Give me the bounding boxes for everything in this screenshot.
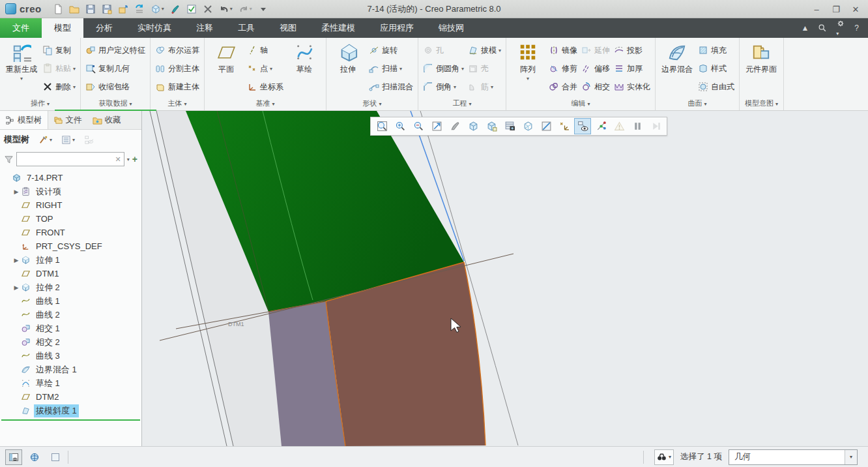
偏移-button[interactable]: 偏移 (579, 59, 612, 78)
tab-柔性建模[interactable]: 柔性建模 (309, 18, 368, 38)
边界混合-button[interactable]: 边界混合 (658, 39, 696, 75)
group-label-获取数据[interactable]: 获取数据 ▾ (83, 97, 147, 110)
tree-item-草绘 1[interactable]: 草绘 1 (0, 376, 141, 390)
tree-item-RIGHT[interactable]: RIGHT (0, 198, 141, 212)
自由式-button[interactable]: 自由式 (696, 78, 736, 96)
tree-item-拔模斜度 1[interactable]: 拔模斜度 1 (0, 404, 141, 417)
spin-center-icon[interactable] (592, 118, 609, 134)
tree-item-FRONT[interactable]: FRONT (0, 226, 141, 239)
refit-icon[interactable] (428, 118, 445, 134)
model-backup-button[interactable] (116, 3, 130, 16)
新建主体-button[interactable]: 新建主体 (153, 78, 201, 96)
tree-item-7-14.PRT[interactable]: 7-14.PRT (0, 171, 141, 185)
find-button[interactable]: ▾ (654, 449, 674, 465)
tree-item-曲线 3[interactable]: 曲线 3 (0, 349, 141, 363)
minimize-button[interactable]: – (808, 3, 825, 16)
tree-item-DTM2[interactable]: DTM2 (0, 390, 141, 404)
加厚-button[interactable]: 加厚 (612, 59, 652, 78)
投影-button[interactable]: 投影 (612, 41, 652, 59)
panel-toggle-icon[interactable] (5, 449, 22, 465)
分割主体-button[interactable]: 分割主体 (153, 59, 201, 78)
panel-tab-收藏[interactable]: 收藏 (87, 111, 126, 129)
group-label-基准[interactable]: 基准 ▾ (207, 97, 323, 110)
布尔运算-button[interactable]: 布尔运算 (153, 41, 201, 59)
tab-应用程序[interactable]: 应用程序 (368, 18, 426, 38)
tree-filters-icon[interactable]: ▾ (61, 135, 75, 145)
dropdown-arrow-icon[interactable]: ▾ (20, 76, 23, 82)
拉伸-button[interactable]: 拉伸 (329, 39, 367, 75)
close-window-button[interactable] (201, 3, 215, 16)
tree-item-曲线 2[interactable]: 曲线 2 (0, 308, 141, 322)
search-icon[interactable] (818, 23, 827, 33)
erase-display-button[interactable] (168, 3, 182, 16)
tab-视图[interactable]: 视图 (267, 18, 309, 38)
草绘-button[interactable]: 草绘 (285, 39, 323, 75)
tree-item-相交 2[interactable]: 相交 2 (0, 335, 141, 349)
镜像-button[interactable]: 镜像 (547, 41, 579, 59)
saved-orientations-icon[interactable] (483, 118, 500, 134)
group-label-主体[interactable]: 主体 ▾ (153, 97, 201, 110)
panel-tab-模型树[interactable]: 模型树 (0, 111, 48, 129)
样式-button[interactable]: 样式 (696, 59, 736, 78)
轴-button[interactable]: 轴 (245, 41, 285, 59)
pause-icon[interactable] (629, 118, 646, 134)
tree-item-边界混合 1[interactable]: 边界混合 1 (0, 363, 141, 376)
tree-item-TOP[interactable]: TOP (0, 212, 141, 226)
save-as-button[interactable] (100, 3, 114, 16)
tree-tools-icon[interactable]: ▾ (38, 135, 52, 145)
group-label-操作[interactable]: 操作 ▾ (3, 97, 78, 110)
实体化-button[interactable]: 实体化 (612, 78, 652, 96)
旋转-button[interactable]: 旋转 (367, 41, 415, 59)
settings-icon[interactable]: ▾ (836, 19, 845, 37)
datum-display-icon[interactable] (556, 118, 573, 134)
tree-item-相交 1[interactable]: 相交 1 (0, 322, 141, 335)
重新生成-button[interactable]: 重新生成▾ (3, 39, 40, 82)
tree-item-拉伸 1[interactable]: ▶拉伸 1 (0, 253, 141, 267)
点-button[interactable]: 点▾ (245, 59, 285, 78)
tree-item-曲线 1[interactable]: 曲线 1 (0, 294, 141, 308)
tab-锦技网[interactable]: 锦技网 (426, 18, 476, 38)
perspective-icon[interactable] (519, 118, 536, 134)
group-label-工程[interactable]: 工程 ▾ (421, 97, 503, 110)
tab-实时仿真[interactable]: 实时仿真 (125, 18, 184, 38)
repaint-icon[interactable] (446, 118, 463, 134)
panel-tab-文件[interactable]: 文件 (48, 111, 87, 129)
tab-注释[interactable]: 注释 (184, 18, 225, 38)
zoom-out-icon[interactable] (410, 118, 427, 134)
tab-分析[interactable]: 分析 (83, 18, 125, 38)
new-file-button[interactable] (51, 3, 65, 16)
close-button[interactable]: ✕ (847, 3, 864, 16)
tab-文件[interactable]: 文件 (0, 18, 42, 38)
help-icon[interactable]: ? (854, 23, 859, 33)
删除-button[interactable]: 删除▾ (40, 78, 78, 96)
graphics-area[interactable]: DTM1 (142, 111, 868, 446)
阵列-button[interactable]: 阵列▾ (509, 39, 547, 82)
扫描混合-button[interactable]: 扫描混合 (367, 78, 415, 96)
tree-search-input[interactable] (20, 154, 115, 164)
扫描-button[interactable]: 扫描▾ (367, 59, 415, 78)
windows-button[interactable]: ▾ (149, 3, 166, 16)
修剪-button[interactable]: 修剪 (547, 59, 579, 78)
browser-icon[interactable] (26, 449, 43, 465)
undo-button[interactable]: ▾ (217, 3, 235, 16)
zoom-fit-icon[interactable] (373, 118, 390, 134)
相交-button[interactable]: 相交 (579, 78, 612, 96)
group-label-形状[interactable]: 形状 ▾ (329, 97, 415, 110)
收缩包络-button[interactable]: 收缩包络 (83, 78, 147, 96)
expand-arrow-icon[interactable]: ▶ (12, 257, 21, 264)
group-label-模型意图[interactable]: 模型意图 ▾ (742, 97, 781, 110)
tree-item-DTM1[interactable]: DTM1 (0, 267, 141, 280)
customize-qat-button[interactable] (256, 3, 270, 16)
display-style-icon[interactable] (465, 118, 482, 134)
group-label-编辑[interactable]: 编辑 ▾ (509, 97, 652, 110)
dropdown-arrow-icon[interactable]: ▾ (527, 76, 529, 82)
new-object-icon[interactable] (47, 449, 64, 465)
expand-arrow-icon[interactable]: ▶ (12, 188, 21, 195)
倒圆角-button[interactable]: 倒圆角▾ (421, 59, 466, 78)
拔模-button[interactable]: 拔模▾ (466, 41, 503, 59)
annotation-display-icon[interactable] (574, 118, 591, 134)
zoom-in-icon[interactable] (392, 118, 409, 134)
tab-工具[interactable]: 工具 (225, 18, 267, 38)
search-options-icon[interactable]: ▾ (127, 157, 130, 162)
用户定义特征-button[interactable]: 用户定义特征 (83, 41, 147, 59)
